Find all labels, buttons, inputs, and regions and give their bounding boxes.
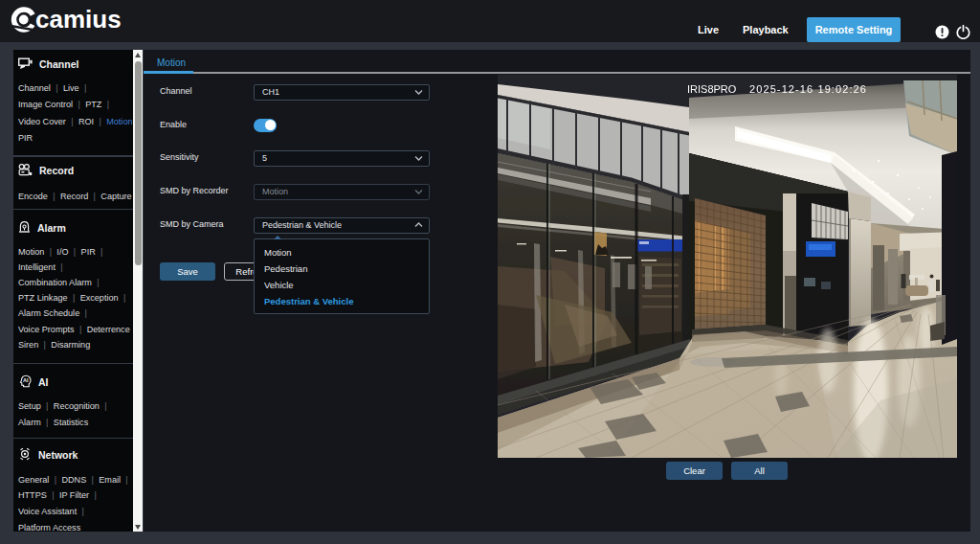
- svg-text:2025-12-16 19:02:26: 2025-12-16 19:02:26: [749, 83, 867, 95]
- svg-text:IRIS8PRO: IRIS8PRO: [687, 83, 737, 95]
- svg-text:AI: AI: [23, 377, 29, 383]
